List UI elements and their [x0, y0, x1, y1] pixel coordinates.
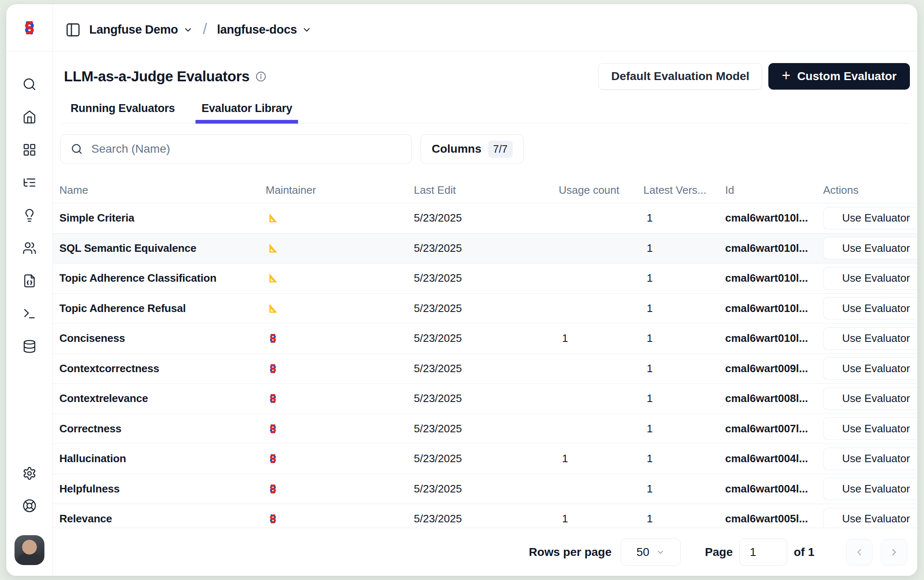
- usage-count: 1: [559, 452, 643, 465]
- column-header-latest-version[interactable]: Latest Vers...: [643, 184, 725, 197]
- use-evaluator-button[interactable]: Use Evaluator: [823, 237, 917, 259]
- chevron-down-icon: [183, 25, 193, 35]
- page-number-input[interactable]: [739, 539, 787, 566]
- use-evaluator-button[interactable]: Use Evaluator: [823, 417, 917, 440]
- sidebar-item-home[interactable]: [22, 110, 37, 124]
- use-evaluator-button[interactable]: Use Evaluator: [823, 448, 917, 470]
- sidebar-item-prompts[interactable]: [22, 274, 37, 288]
- tab-evaluator-library[interactable]: Evaluator Library: [198, 100, 296, 123]
- langfuse-maintainer-icon: [267, 333, 279, 344]
- evaluator-id: cmal6wart010l...: [725, 332, 823, 345]
- evaluator-name: Contextcorrectness: [59, 362, 266, 375]
- column-header-maintainer[interactable]: Maintainer: [266, 184, 414, 197]
- sidebar-item-search[interactable]: [22, 77, 37, 91]
- user-avatar[interactable]: [15, 535, 44, 565]
- default-evaluation-model-button[interactable]: Default Evaluation Model: [598, 63, 762, 90]
- rows-per-page-select[interactable]: 50: [621, 539, 681, 566]
- actions-cell: Use Evaluator: [823, 417, 917, 440]
- langfuse-maintainer-icon: [267, 363, 279, 374]
- table-row[interactable]: Conciseness 5/23/2025 1 1 cmal6wart010l.…: [53, 324, 917, 354]
- info-icon[interactable]: [255, 71, 266, 82]
- actions-cell: Use Evaluator: [823, 297, 917, 319]
- evaluator-name: Conciseness: [59, 332, 266, 345]
- project-switcher[interactable]: langfuse-docs: [217, 23, 312, 37]
- use-evaluator-button[interactable]: Use Evaluator: [823, 327, 917, 350]
- chevron-right-icon: [889, 547, 900, 558]
- use-evaluator-button[interactable]: Use Evaluator: [823, 267, 917, 290]
- table-row[interactable]: Contextcorrectness 5/23/2025 1 cmal6wart…: [53, 354, 917, 384]
- last-edit-date: 5/23/2025: [414, 212, 559, 224]
- use-evaluator-button[interactable]: Use Evaluator: [823, 357, 917, 380]
- evaluator-id: cmal6wart010l...: [725, 302, 823, 315]
- langfuse-maintainer-icon: [267, 423, 279, 434]
- evaluator-name: Topic Adherence Refusal: [59, 302, 266, 315]
- sidebar-item-dashboards[interactable]: [22, 143, 37, 157]
- table-toolbar: Columns 7/7: [53, 134, 917, 163]
- langfuse-maintainer-icon: [267, 393, 279, 404]
- panel-left-icon: [65, 22, 81, 38]
- sidebar-item-datasets[interactable]: [22, 339, 37, 353]
- previous-page-button[interactable]: [846, 539, 873, 565]
- page-of-label: of 1: [794, 546, 814, 559]
- langfuse-maintainer-icon: [267, 483, 279, 495]
- maintainer-cell: [266, 393, 414, 404]
- sidebar: [6, 51, 53, 576]
- last-edit-date: 5/23/2025: [414, 242, 559, 255]
- chevron-down-icon: [656, 548, 665, 557]
- latest-version: 1: [643, 452, 725, 465]
- top-bar: Langfuse Demo / langfuse-docs: [6, 4, 917, 51]
- sidebar-item-evaluation[interactable]: [22, 208, 37, 222]
- latest-version: 1: [643, 483, 725, 495]
- use-evaluator-button[interactable]: Use Evaluator: [823, 478, 917, 500]
- sidebar-item-tracing[interactable]: [22, 175, 37, 190]
- sidebar-item-users[interactable]: [22, 241, 37, 255]
- sidebar-item-support[interactable]: [22, 499, 37, 513]
- actions-cell: Use Evaluator: [823, 508, 917, 530]
- sidebar-item-settings[interactable]: [22, 466, 37, 480]
- search-input[interactable]: [90, 142, 401, 156]
- sidebar-toggle-button[interactable]: [65, 22, 81, 38]
- custom-evaluator-button[interactable]: + Custom Evaluator: [768, 63, 910, 90]
- table-row[interactable]: Hallucination 5/23/2025 1 1 cmal6wart004…: [53, 444, 917, 474]
- search-icon: [22, 77, 37, 91]
- column-header-name[interactable]: Name: [59, 184, 266, 197]
- evaluator-table: Name Maintainer Last Edit Usage count La…: [53, 178, 917, 535]
- breadcrumb-separator: /: [203, 20, 207, 38]
- evaluator-id: cmal6wart010l...: [725, 272, 823, 285]
- table-row[interactable]: Topic Adherence Classification 5/23/2025…: [53, 263, 917, 294]
- columns-button[interactable]: Columns 7/7: [420, 134, 524, 163]
- organization-switcher[interactable]: Langfuse Demo: [89, 23, 193, 37]
- use-evaluator-button[interactable]: Use Evaluator: [823, 297, 917, 319]
- table-row[interactable]: Simple Criteria 5/23/2025 1 cmal6wart010…: [53, 203, 917, 234]
- usage-count: 1: [559, 512, 643, 525]
- column-header-id[interactable]: Id: [725, 184, 823, 197]
- column-header-last-edit[interactable]: Last Edit: [414, 184, 559, 197]
- table-row[interactable]: Helpfulness 5/23/2025 1 cmal6wart004l...…: [53, 474, 917, 504]
- use-evaluator-button[interactable]: Use Evaluator: [823, 387, 917, 410]
- file-json-icon: [22, 274, 37, 288]
- breadcrumb: Langfuse Demo / langfuse-docs: [53, 4, 917, 51]
- page-title: LLM-as-a-Judge Evaluators: [64, 68, 249, 85]
- latest-version: 1: [643, 302, 725, 315]
- use-evaluator-button[interactable]: Use Evaluator: [823, 207, 917, 229]
- column-header-usage-count[interactable]: Usage count: [559, 184, 643, 197]
- maintainer-cell: [266, 513, 414, 524]
- table-row[interactable]: Topic Adherence Refusal 5/23/2025 1 cmal…: [53, 294, 917, 324]
- last-edit-date: 5/23/2025: [414, 332, 559, 345]
- lifebuoy-icon: [22, 499, 37, 513]
- sidebar-item-playground[interactable]: [22, 307, 37, 321]
- evaluator-name: Simple Criteria: [59, 212, 266, 224]
- table-row[interactable]: Correctness 5/23/2025 1 cmal6wart007l...…: [53, 414, 917, 444]
- use-evaluator-button[interactable]: Use Evaluator: [823, 508, 917, 530]
- table-header-row: Name Maintainer Last Edit Usage count La…: [53, 178, 917, 203]
- table-row[interactable]: SQL Semantic Equivalence 5/23/2025 1 cma…: [53, 234, 917, 264]
- tab-running-evaluators[interactable]: Running Evaluators: [67, 100, 178, 123]
- next-page-button[interactable]: [881, 539, 907, 565]
- evaluator-id: cmal6wart004l...: [725, 483, 823, 495]
- evaluator-name: Helpfulness: [59, 483, 266, 495]
- maintainer-cell: [266, 363, 414, 374]
- last-edit-date: 5/23/2025: [414, 422, 559, 435]
- chevron-left-icon: [854, 547, 865, 558]
- latest-version: 1: [643, 512, 725, 525]
- table-row[interactable]: Contextrelevance 5/23/2025 1 cmal6wart00…: [53, 384, 917, 414]
